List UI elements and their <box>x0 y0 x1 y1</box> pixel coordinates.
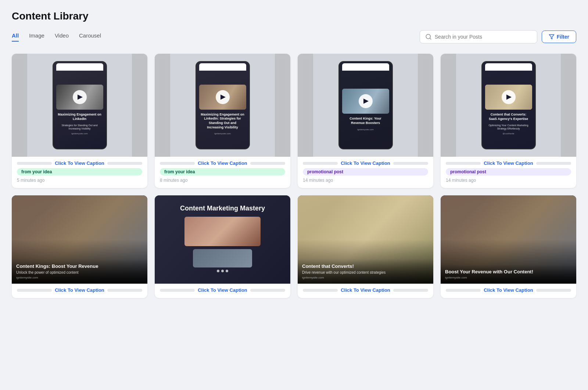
svg-marker-2 <box>549 35 554 39</box>
dot-2 <box>221 270 224 272</box>
phone-domain-4: @coolhanle <box>503 132 514 135</box>
card-footer-1: Click To View Caption from your idea 5 m… <box>12 157 147 188</box>
phone-domain-1: ignitemysite.com <box>71 132 88 135</box>
content-grid: Maximizing Engagement on LinkedIn Strate… <box>12 54 576 298</box>
card-image-5: Content Kings: Boost Your Revenue Unlock… <box>12 195 147 284</box>
image-overlay-8: Boost Your Revenue with Our Content! ign… <box>441 265 576 284</box>
carousel-dots <box>180 270 265 272</box>
phone-image-area <box>485 85 532 110</box>
badge-3: promotional post <box>303 168 428 176</box>
play-button-4[interactable] <box>502 90 516 104</box>
caption-bar-left-7 <box>303 289 338 292</box>
filter-button[interactable]: Filter <box>542 31 576 43</box>
caption-bar-left-1 <box>17 162 52 165</box>
caption-row-7: Click To View Caption <box>303 287 428 293</box>
caption-row-5: Click To View Caption <box>17 287 142 293</box>
timestamp-3: 14 minutes ago <box>303 178 428 183</box>
phone-title-4: Content that Converts: SaaS Agency's Exp… <box>485 112 532 122</box>
caption-bar-left-4 <box>446 162 481 165</box>
caption-bar-right-4 <box>536 162 571 165</box>
blur-left-1 <box>12 54 27 157</box>
tab-carousel[interactable]: Carousel <box>79 32 101 42</box>
blur-left-4 <box>441 54 456 157</box>
phone-top-bar <box>485 63 532 71</box>
caption-bar-left-8 <box>446 289 481 292</box>
blur-right-2 <box>275 54 290 157</box>
card-footer-8: Click To View Caption <box>441 284 576 298</box>
phone-domain-2: ignitemysite.com <box>214 132 231 135</box>
media-wrapper-3: Content Kings: Your Revenue Boosters ign… <box>298 54 433 157</box>
phone-mockup-3: Content Kings: Your Revenue Boosters ign… <box>338 61 393 149</box>
caption-link-5[interactable]: Click To View Caption <box>55 287 104 293</box>
caption-bar-right-7 <box>393 289 428 292</box>
blur-left-3 <box>298 54 313 157</box>
card-footer-3: Click To View Caption promotional post 1… <box>298 157 433 188</box>
top-bar: All Image Video Carousel Filter <box>12 30 576 43</box>
filter-icon <box>549 34 555 40</box>
badge-4: promotional post <box>446 168 571 176</box>
overlay-title-8: Boost Your Revenue with Our Content! <box>445 269 572 274</box>
caption-bar-left-2 <box>160 162 195 165</box>
phone-title-1: Maximizing Engagement on LinkedIn <box>56 112 103 122</box>
caption-link-6[interactable]: Click To View Caption <box>198 287 247 293</box>
overlay-domain-8: ignitemysite.com <box>445 276 572 279</box>
caption-row-1: Click To View Caption <box>17 160 142 166</box>
tab-all[interactable]: All <box>12 32 19 42</box>
card-4: Content that Converts: SaaS Agency's Exp… <box>441 54 576 188</box>
caption-link-1[interactable]: Click To View Caption <box>55 160 104 166</box>
phone-top-bar <box>56 63 103 71</box>
caption-link-7[interactable]: Click To View Caption <box>341 287 390 293</box>
card-footer-4: Click To View Caption promotional post 1… <box>441 157 576 188</box>
caption-link-2[interactable]: Click To View Caption <box>198 160 247 166</box>
tab-image[interactable]: Image <box>29 32 44 42</box>
search-input[interactable] <box>435 34 532 40</box>
card-2: Maximizing Engagement on LinkedIn: Strat… <box>155 54 290 188</box>
card-footer-2: Click To View Caption from your idea 8 m… <box>155 157 290 188</box>
caption-row-3: Click To View Caption <box>303 160 428 166</box>
blur-left-2 <box>155 54 170 157</box>
overlay-subtitle-5: Unlock the power of optimized content <box>16 270 143 274</box>
play-button-2[interactable] <box>216 90 230 104</box>
card-image-7: Content that Converts! Drive revenue wit… <box>298 195 433 284</box>
search-box[interactable] <box>420 30 537 43</box>
caption-bar-left-6 <box>160 289 195 292</box>
caption-link-3[interactable]: Click To View Caption <box>341 160 390 166</box>
phone-content: Content that Converts: SaaS Agency's Exp… <box>482 71 535 149</box>
phone-content: Maximizing Engagement on LinkedIn Strate… <box>53 71 106 149</box>
right-controls: Filter <box>420 30 576 43</box>
carousel-media-6: Content Marketing Mastery <box>155 195 290 284</box>
overlay-subtitle-7: Drive revenue with our optimized content… <box>302 270 429 274</box>
phone-image-area <box>56 85 103 110</box>
media-wrapper-2: Maximizing Engagement on LinkedIn: Strat… <box>155 54 290 157</box>
image-overlay-5: Content Kings: Boost Your Revenue Unlock… <box>12 259 147 284</box>
card-7: Content that Converts! Drive revenue wit… <box>298 195 433 298</box>
phone-domain-3: ignitemysite.com <box>357 128 374 131</box>
phone-image-area <box>342 89 389 114</box>
timestamp-4: 14 minutes ago <box>446 178 571 183</box>
tab-video[interactable]: Video <box>55 32 69 42</box>
blur-right-1 <box>132 54 147 157</box>
card-footer-6: Click To View Caption <box>155 284 290 298</box>
caption-bar-left-5 <box>17 289 52 292</box>
svg-line-1 <box>430 38 431 39</box>
page-title: Content Library <box>12 10 576 22</box>
caption-row-8: Click To View Caption <box>446 287 571 293</box>
phone-title-2: Maximizing Engagement on LinkedIn: Strat… <box>199 112 246 131</box>
play-button-3[interactable] <box>359 94 373 108</box>
caption-bar-right-3 <box>393 162 428 165</box>
caption-link-4[interactable]: Click To View Caption <box>484 160 533 166</box>
caption-bar-right-2 <box>250 162 285 165</box>
carousel-image <box>184 217 261 246</box>
play-button-1[interactable] <box>73 90 87 104</box>
phone-content: Maximizing Engagement on LinkedIn: Strat… <box>196 71 249 149</box>
badge-1: from your idea <box>17 168 142 176</box>
caption-bar-right-5 <box>107 289 142 292</box>
card-1: Maximizing Engagement on LinkedIn Strate… <box>12 54 147 188</box>
card-6: Content Marketing Mastery Click To View … <box>155 195 290 298</box>
phone-image-area <box>199 85 246 110</box>
image-overlay-7: Content that Converts! Drive revenue wit… <box>298 259 433 284</box>
caption-bar-right-6 <box>250 289 285 292</box>
card-8: Boost Your Revenue with Our Content! ign… <box>441 195 576 298</box>
caption-link-8[interactable]: Click To View Caption <box>484 287 533 293</box>
overlay-domain-5: ignitemysite.com <box>16 276 143 279</box>
